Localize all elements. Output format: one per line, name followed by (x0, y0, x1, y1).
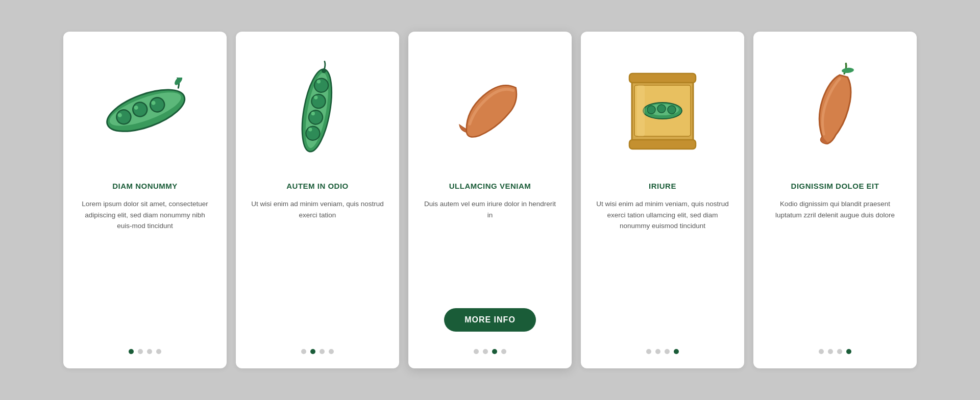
bean-pod-icon (423, 47, 557, 169)
dot-4[interactable] (329, 349, 334, 354)
card-4: IRIUREUt wisi enim ad minim veniam, quis… (581, 32, 744, 368)
dot-3[interactable] (147, 349, 152, 354)
svg-point-28 (668, 106, 676, 114)
cards-container: DIAM NONUMMYLorem ipsum dolor sit amet, … (33, 11, 947, 389)
svg-point-30 (842, 67, 854, 73)
card-5-text: Kodio dignissim qui blandit praesent lup… (768, 198, 902, 337)
card-2: AUTEM IN ODIOUt wisi enim ad minim venia… (236, 32, 399, 368)
dot-2[interactable] (655, 349, 660, 354)
card-3-dots (474, 349, 506, 354)
dot-3[interactable] (837, 349, 842, 354)
dot-1[interactable] (819, 349, 824, 354)
card-4-title: IRIURE (649, 182, 676, 190)
pea-pod-open-icon (78, 47, 212, 169)
card-5-title: DIGNISSIM DOLOE EIT (791, 182, 879, 190)
card-5-dots (819, 349, 851, 354)
card-2-dots (301, 349, 334, 354)
dot-3[interactable] (320, 349, 325, 354)
card-2-title: AUTEM IN ODIO (286, 182, 349, 190)
card-1: DIAM NONUMMYLorem ipsum dolor sit amet, … (63, 32, 227, 368)
dot-4[interactable] (156, 349, 161, 354)
svg-rect-22 (629, 140, 696, 149)
card-5: DIGNISSIM DOLOE EITKodio dignissim qui b… (753, 32, 917, 368)
card-3: ULLAMCING VENIAMDuis autem vel eum iriur… (408, 32, 572, 368)
svg-rect-29 (637, 85, 645, 136)
dot-4[interactable] (674, 349, 679, 354)
card-2-text: Ut wisi enim ad minim veniam, quis nostr… (250, 198, 385, 337)
svg-point-26 (647, 106, 655, 114)
svg-rect-21 (629, 73, 696, 83)
card-4-text: Ut wisi enim ad minim veniam, quis nostr… (595, 198, 730, 337)
dot-1[interactable] (474, 349, 479, 354)
chili-icon (768, 47, 902, 169)
dot-2[interactable] (310, 349, 315, 354)
dot-2[interactable] (483, 349, 488, 354)
dot-4[interactable] (501, 349, 506, 354)
dot-1[interactable] (646, 349, 651, 354)
can-peas-icon (595, 47, 730, 169)
dot-3[interactable] (665, 349, 670, 354)
dot-3[interactable] (492, 349, 497, 354)
svg-point-27 (657, 105, 666, 113)
card-3-title: ULLAMCING VENIAM (449, 182, 531, 190)
pea-pod-vertical-icon (250, 47, 385, 169)
dot-2[interactable] (828, 349, 833, 354)
dot-1[interactable] (129, 349, 134, 354)
card-1-text: Lorem ipsum dolor sit amet, consectetuer… (78, 198, 212, 337)
dot-1[interactable] (301, 349, 306, 354)
dot-4[interactable] (846, 349, 851, 354)
dot-2[interactable] (138, 349, 143, 354)
card-1-dots (129, 349, 161, 354)
more-info-button[interactable]: MORE INFO (444, 308, 536, 332)
card-1-title: DIAM NONUMMY (112, 182, 178, 190)
card-4-dots (646, 349, 679, 354)
card-3-text: Duis autem vel eum iriure dolor in hendr… (423, 198, 557, 298)
